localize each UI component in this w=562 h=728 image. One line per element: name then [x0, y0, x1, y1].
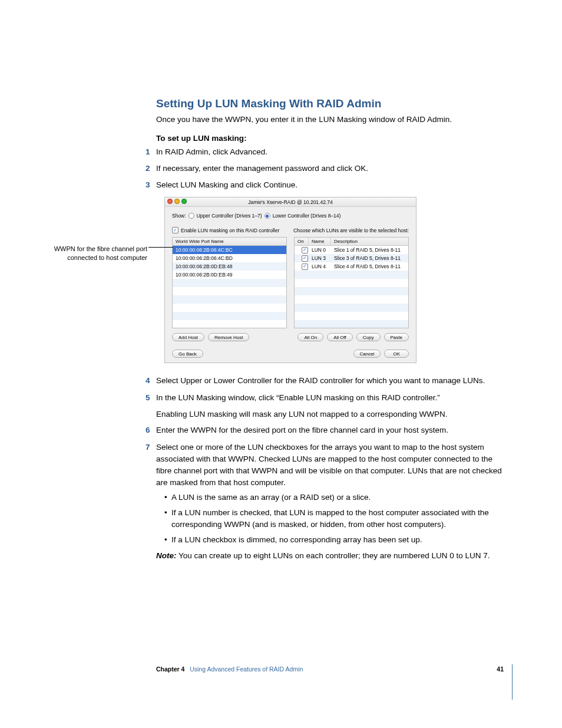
lun-checkbox[interactable]: [302, 263, 308, 270]
remove-host-button[interactable]: Remove Host: [208, 333, 249, 341]
step-bullet-list: A LUN is the same as an array (or a RAID…: [156, 492, 504, 546]
lower-controller-label: Lower Controller (Drives 8–14): [273, 213, 341, 219]
lun-desc: Slice 3 of RAID 5, Drives 8-11: [334, 255, 405, 262]
step-item: 5In the LUN Masking window, click “Enabl…: [156, 392, 504, 420]
step-item: 6Enter the WWPN for the desired port on …: [156, 424, 504, 436]
lun-row[interactable]: LUN 0Slice 1 of RAID 5, Drives 8-11: [295, 246, 408, 254]
choose-luns-label: Choose which LUNs are visible to the sel…: [293, 228, 409, 233]
step-list-b: 4Select Upper or Lower Controller for th…: [156, 375, 504, 561]
note-paragraph: Note: You can create up to eight LUNs on…: [156, 550, 504, 562]
step-list-a: 1In RAID Admin, click Advanced. 2If nece…: [156, 146, 504, 192]
note-body: You can create up to eight LUNs on each …: [177, 551, 490, 560]
wwpn-row[interactable]: 10:00:00:06:2B:0D:EB:49: [173, 271, 286, 279]
bullet-item: A LUN is the same as an array (or a RAID…: [164, 492, 504, 503]
wwpn-value: 10:00:00:06:2B:06:4C:BC: [176, 247, 233, 253]
step-text: Select one or more of the LUN checkboxes…: [156, 443, 502, 487]
cancel-button[interactable]: Cancel: [353, 350, 381, 358]
lun-desc: Slice 4 of RAID 5, Drives 8-11: [334, 263, 405, 270]
figure-callout: WWPN for the fibre channel port connecte…: [44, 245, 147, 262]
wwpn-row[interactable]: 10:00:00:06:2B:0D:EB:48: [173, 262, 286, 271]
step-text: Enter the WWPN for the desired port on t…: [156, 426, 448, 434]
wwpn-value: 10:00:00:06:2B:06:4C:BD: [176, 255, 233, 261]
window-minimize-icon[interactable]: [174, 199, 180, 204]
bullet-item: If a LUN number is checked, that LUN is …: [164, 507, 504, 531]
step-item: 7Select one or more of the LUN checkboxe…: [156, 442, 504, 562]
wwpn-header: World Wide Port Name: [173, 238, 286, 245]
go-back-button[interactable]: Go Back: [172, 350, 203, 358]
window-close-icon[interactable]: [167, 199, 173, 204]
lun-row[interactable]: LUN 3Slice 3 of RAID 5, Drives 8-11: [295, 254, 408, 262]
footer-chapter: Chapter 4: [156, 666, 184, 673]
radio-lower-controller[interactable]: [265, 213, 270, 219]
enable-lun-masking-checkbox[interactable]: [172, 227, 178, 233]
intro-paragraph: Once you have the WWPN, you enter it in …: [156, 114, 504, 126]
lun-row[interactable]: LUN 4Slice 4 of RAID 5, Drives 8-11: [295, 262, 408, 271]
wwpn-list-panel: World Wide Port Name 10:00:00:06:2B:06:4…: [172, 237, 287, 328]
step-note: Enabling LUN masking will mask any LUN n…: [156, 409, 504, 420]
all-off-button[interactable]: All Off: [327, 333, 353, 341]
lun-header-desc: Description: [331, 238, 408, 245]
raid-admin-dialog-figure: Jamie's Xserve-RAID @ 10.201.42.74 Show:…: [164, 197, 504, 363]
step-text: In RAID Admin, click Advanced.: [156, 147, 267, 156]
radio-upper-controller[interactable]: [189, 213, 194, 219]
all-on-button[interactable]: All On: [297, 333, 323, 341]
step-text: Select Upper or Lower Controller for the…: [156, 376, 485, 385]
lun-list-panel: On Name Description LUN 0Slice 1 of RAID…: [294, 237, 409, 328]
controller-show-row: Show: Upper Controller (Drives 1–7) Lowe…: [172, 213, 409, 219]
enable-lun-masking-label: Enable LUN masking on this RAID controll…: [181, 228, 279, 233]
wwpn-value: 10:00:00:06:2B:0D:EB:48: [176, 263, 232, 269]
show-label: Show:: [172, 213, 186, 219]
window-zoom-icon[interactable]: [181, 199, 187, 204]
lun-name: LUN 0: [312, 247, 334, 253]
callout-leader-line: [148, 247, 173, 248]
step-text: If necessary, enter the management passw…: [156, 164, 368, 173]
wwpn-row[interactable]: 10:00:00:06:2B:06:4C:BC: [173, 246, 286, 254]
lun-checkbox[interactable]: [302, 255, 308, 262]
step-text: In the LUN Masking window, click “Enable…: [156, 393, 440, 402]
step-item: 3Select LUN Masking and click Continue.: [156, 179, 504, 191]
wwpn-value: 10:00:00:06:2B:0D:EB:49: [176, 272, 232, 278]
lun-header-on: On: [295, 238, 309, 245]
paste-button[interactable]: Paste: [384, 333, 409, 341]
step-text: Select LUN Masking and click Continue.: [156, 180, 297, 189]
dialog-title: Jamie's Xserve-RAID @ 10.201.42.74: [248, 199, 332, 205]
step-item: 1In RAID Admin, click Advanced.: [156, 146, 504, 158]
note-label: Note:: [156, 551, 177, 560]
footer-chapter-title: Using Advanced Features of RAID Admin: [190, 666, 303, 673]
dialog-titlebar: Jamie's Xserve-RAID @ 10.201.42.74: [165, 197, 416, 207]
page-footer: Chapter 4 Using Advanced Features of RAI…: [156, 666, 504, 673]
bullet-item: If a LUN checkbox is dimmed, no correspo…: [164, 534, 504, 546]
section-heading: Setting Up LUN Masking With RAID Admin: [156, 97, 504, 110]
lun-name: LUN 3: [312, 255, 334, 262]
step-item: 2If necessary, enter the management pass…: [156, 163, 504, 174]
ok-button[interactable]: OK: [384, 350, 409, 358]
copy-button[interactable]: Copy: [356, 333, 381, 341]
page-number: 41: [497, 666, 504, 673]
upper-controller-label: Upper Controller (Drives 1–7): [197, 213, 262, 219]
lun-checkbox[interactable]: [302, 247, 308, 253]
lun-name: LUN 4: [312, 263, 334, 270]
footer-divider: [512, 664, 513, 700]
lun-desc: Slice 1 of RAID 5, Drives 8-11: [334, 247, 405, 253]
add-host-button[interactable]: Add Host: [172, 333, 204, 341]
lun-header-name: Name: [309, 238, 331, 245]
procedure-heading: To set up LUN masking:: [156, 134, 504, 143]
wwpn-row[interactable]: 10:00:00:06:2B:06:4C:BD: [173, 254, 286, 262]
step-item: 4Select Upper or Lower Controller for th…: [156, 375, 504, 387]
raid-admin-dialog: Jamie's Xserve-RAID @ 10.201.42.74 Show:…: [164, 197, 416, 363]
